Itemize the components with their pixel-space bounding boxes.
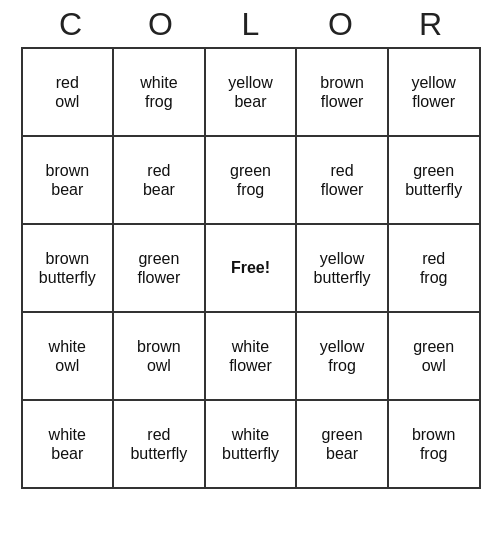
bingo-cell: yellowfrog (296, 312, 388, 400)
bingo-cell: greenbutterfly (388, 136, 480, 224)
table-row: whiteowlbrownowlwhitefloweryellowfroggre… (22, 312, 480, 400)
bingo-cell: yellowbutterfly (296, 224, 388, 312)
bingo-cell: whitefrog (113, 48, 205, 136)
bingo-cell: redbear (113, 136, 205, 224)
table-row: whitebearredbutterflywhitebutterflygreen… (22, 400, 480, 488)
bingo-cell: whiteowl (22, 312, 114, 400)
bingo-cell: redowl (22, 48, 114, 136)
header-letter: O (116, 6, 206, 43)
header-letter: L (206, 6, 296, 43)
bingo-cell: greenbear (296, 400, 388, 488)
bingo-cell: brownfrog (388, 400, 480, 488)
bingo-cell: greenflower (113, 224, 205, 312)
table-row: brownbutterflygreenflowerFree!yellowbutt… (22, 224, 480, 312)
bingo-cell: yellowflower (388, 48, 480, 136)
bingo-cell: Free! (205, 224, 297, 312)
bingo-cell: brownowl (113, 312, 205, 400)
bingo-cell: brownflower (296, 48, 388, 136)
bingo-cell: whiteflower (205, 312, 297, 400)
bingo-table: redowlwhitefrogyellowbearbrownfloweryell… (21, 47, 481, 489)
bingo-cell: brownbutterfly (22, 224, 114, 312)
header-letter: R (386, 6, 476, 43)
header-letter: C (26, 6, 116, 43)
bingo-cell: redfrog (388, 224, 480, 312)
bingo-cell: whitebutterfly (205, 400, 297, 488)
bingo-cell: whitebear (22, 400, 114, 488)
bingo-cell: greenfrog (205, 136, 297, 224)
bingo-cell: greenowl (388, 312, 480, 400)
bingo-header: COLOR (0, 0, 501, 47)
header-letter: O (296, 6, 386, 43)
bingo-cell: yellowbear (205, 48, 297, 136)
bingo-cell: redflower (296, 136, 388, 224)
bingo-cell: redbutterfly (113, 400, 205, 488)
table-row: brownbearredbeargreenfrogredflowergreenb… (22, 136, 480, 224)
table-row: redowlwhitefrogyellowbearbrownfloweryell… (22, 48, 480, 136)
bingo-cell: brownbear (22, 136, 114, 224)
